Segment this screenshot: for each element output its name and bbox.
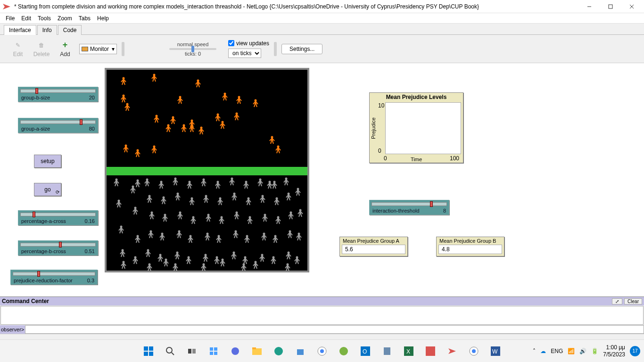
edge-icon[interactable] xyxy=(269,342,288,361)
outlook-icon[interactable]: O xyxy=(356,342,375,361)
slider-percentage-a-cross[interactable]: percentage-a-cross 0.16 xyxy=(18,210,98,225)
notification-badge[interactable]: 17 xyxy=(630,346,640,356)
view-updates-checkbox[interactable]: view updates xyxy=(228,40,269,47)
svg-line-223 xyxy=(149,233,150,235)
add-tool-button[interactable]: + Add xyxy=(56,41,74,58)
tab-code[interactable]: Code xyxy=(58,25,82,35)
agent-orange xyxy=(269,136,275,144)
menu-zoom[interactable]: Zoom xyxy=(58,15,72,22)
svg-line-559 xyxy=(285,266,287,268)
slider-interaction-threshold[interactable]: interaction-threshold 8 xyxy=(369,200,449,215)
command-center-clear-button[interactable]: Clear xyxy=(624,298,642,304)
slider-percentage-b-cross[interactable]: percentage-b-cross 0.51 xyxy=(18,240,98,255)
svg-line-230 xyxy=(149,252,150,254)
calculator-icon[interactable] xyxy=(378,342,396,361)
onedrive-icon[interactable]: ☁ xyxy=(540,348,546,354)
menu-bar: File Edit Tools Zoom Tabs Help xyxy=(0,13,644,24)
delete-tool-button[interactable]: 🗑 Delete xyxy=(32,41,51,58)
svg-line-308 xyxy=(190,184,192,186)
wifi-icon[interactable]: 📶 xyxy=(568,348,575,354)
world-view[interactable] xyxy=(105,68,309,272)
command-center-expand-button[interactable]: ⤢ xyxy=(612,298,622,304)
minimize-button[interactable] xyxy=(578,0,600,13)
svg-point-632 xyxy=(274,347,283,355)
svg-point-437 xyxy=(248,197,250,200)
menu-help[interactable]: Help xyxy=(97,15,109,22)
agent-orange xyxy=(181,124,187,132)
svg-line-373 xyxy=(215,184,217,186)
slider-prejudice-reduction-factor[interactable]: prejudice-reduction-factor 0.3 xyxy=(10,270,98,285)
start-button[interactable] xyxy=(139,342,158,361)
update-mode-select[interactable]: on ticks xyxy=(228,49,261,58)
menu-edit[interactable]: Edit xyxy=(21,15,31,22)
netlogo-taskbar-icon[interactable] xyxy=(443,342,462,361)
language-indicator[interactable]: ENG xyxy=(551,348,563,354)
app-icon-1[interactable] xyxy=(334,342,353,361)
svg-line-531 xyxy=(285,182,286,185)
svg-line-226 xyxy=(151,235,152,238)
taskbar-clock[interactable]: 1:00 μμ 7/5/2023 xyxy=(603,344,625,358)
svg-line-356 xyxy=(208,236,210,238)
widgets-icon[interactable] xyxy=(204,342,223,361)
edit-tool-button[interactable]: ✎ Edit xyxy=(8,41,27,58)
svg-line-21 xyxy=(179,101,180,104)
svg-point-143 xyxy=(277,146,280,148)
acrobat-icon[interactable] xyxy=(421,342,440,361)
svg-point-425 xyxy=(233,252,235,254)
svg-line-272 xyxy=(176,181,178,182)
svg-rect-612 xyxy=(269,183,271,186)
settings-button[interactable]: Settings... xyxy=(281,44,322,54)
agent-grey xyxy=(201,263,206,272)
tab-info[interactable]: Info xyxy=(37,25,57,35)
word-icon[interactable]: W xyxy=(486,342,505,361)
svg-line-387 xyxy=(220,221,221,224)
speed-slider[interactable] xyxy=(169,48,216,50)
command-prompt[interactable]: observer> xyxy=(0,325,25,334)
agent-orange xyxy=(135,149,140,157)
menu-file[interactable]: File xyxy=(6,15,15,22)
battery-icon[interactable]: 🔋 xyxy=(591,348,598,354)
svg-point-645 xyxy=(472,349,476,353)
widget-type-dropdown[interactable]: Monitor ▾ xyxy=(79,44,117,54)
svg-rect-639 xyxy=(384,347,390,355)
chat-icon[interactable] xyxy=(226,342,245,361)
svg-line-494 xyxy=(263,257,264,259)
maximize-button[interactable] xyxy=(600,0,621,13)
tray-chevron-icon[interactable]: ˄ xyxy=(533,348,536,354)
taskview-icon[interactable] xyxy=(182,342,201,361)
svg-point-59 xyxy=(191,120,193,122)
interface-workspace: group-b-size 20 group-a-size 80 setup go… xyxy=(0,63,644,296)
slider-group-b-size[interactable]: group-b-size 20 xyxy=(18,87,98,102)
command-input[interactable] xyxy=(25,325,644,334)
store-icon[interactable] xyxy=(291,342,310,361)
svg-point-467 xyxy=(259,179,262,181)
svg-line-339 xyxy=(202,183,203,186)
chrome-icon[interactable] xyxy=(313,342,331,361)
volume-icon[interactable]: 🔊 xyxy=(579,348,586,354)
speed-thumb[interactable] xyxy=(191,46,194,52)
svg-line-304 xyxy=(176,268,177,271)
agent-grey xyxy=(231,192,237,201)
svg-line-169 xyxy=(120,252,122,254)
menu-tools[interactable]: Tools xyxy=(38,15,51,22)
close-button[interactable] xyxy=(621,0,642,13)
svg-point-611 xyxy=(269,181,271,183)
plot-mean-prejudice[interactable]: Mean Prejudice Levels Prejudice 100 0 10… xyxy=(369,92,463,163)
slider-group-a-size[interactable]: group-a-size 80 xyxy=(18,118,98,133)
search-icon[interactable] xyxy=(161,342,180,361)
excel-icon[interactable]: X xyxy=(399,342,418,361)
go-button[interactable]: go ⟳ xyxy=(34,183,61,196)
agent-grey xyxy=(286,192,291,201)
svg-rect-606 xyxy=(255,263,256,266)
menu-tabs[interactable]: Tabs xyxy=(79,15,91,22)
svg-line-543 xyxy=(289,216,290,219)
svg-point-455 xyxy=(244,256,247,259)
svg-line-127 xyxy=(199,130,200,132)
svg-line-79 xyxy=(253,102,255,104)
tab-interface[interactable]: Interface xyxy=(4,25,36,35)
explorer-icon[interactable] xyxy=(248,342,266,361)
svg-rect-384 xyxy=(221,218,223,221)
svg-rect-462 xyxy=(243,265,245,268)
chrome-icon-2[interactable] xyxy=(464,342,483,361)
setup-button[interactable]: setup xyxy=(34,155,61,168)
